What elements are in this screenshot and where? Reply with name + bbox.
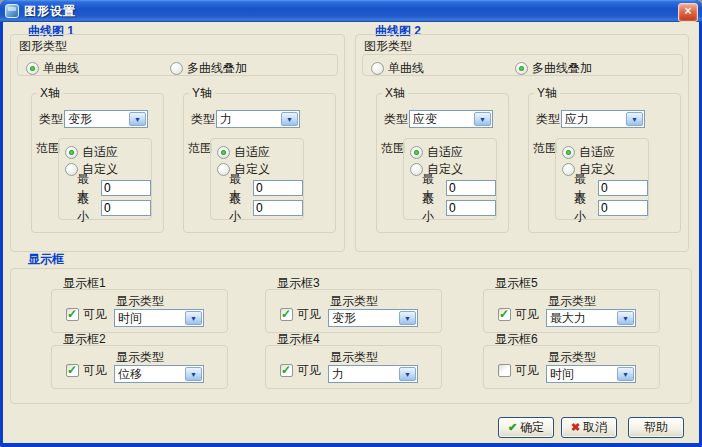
- cross-icon: ✖: [571, 422, 580, 433]
- dropdown-arrow-icon[interactable]: ▼: [399, 367, 416, 381]
- chart2-group: 图形类型 单曲线 多曲线叠加 X轴 类型 应变 ▼ 范围: [355, 34, 689, 252]
- dropdown-arrow-icon[interactable]: ▼: [399, 311, 416, 325]
- type-label: 类型: [536, 113, 560, 126]
- display-box-3: 可见 显示类型 变形 ▼: [265, 289, 442, 333]
- display-section-title: 显示框: [28, 253, 64, 265]
- adaptive-label: 自适应: [579, 144, 615, 161]
- checkbox-icon[interactable]: [280, 364, 293, 377]
- range-box: 自适应 自定义 最大 最小: [403, 138, 497, 220]
- max-input[interactable]: [253, 180, 303, 196]
- min-input[interactable]: [446, 200, 496, 216]
- cancel-label: 取消: [583, 419, 607, 436]
- adaptive-radio[interactable]: 自适应: [65, 144, 151, 160]
- visible-checkbox[interactable]: 可见: [280, 362, 321, 379]
- range-box: 自适应 自定义 最大 最小: [555, 138, 649, 220]
- radio-icon[interactable]: [562, 163, 575, 176]
- display-type-label: 显示类型: [548, 351, 596, 364]
- radio-icon[interactable]: [562, 146, 575, 159]
- display-box-4: 可见 显示类型 力 ▼: [265, 345, 442, 389]
- single-curve-radio[interactable]: 单曲线: [371, 60, 424, 77]
- max-input[interactable]: [101, 180, 151, 196]
- cancel-button[interactable]: ✖ 取消: [561, 417, 617, 438]
- range-label: 范围: [533, 142, 557, 155]
- display-type-dropdown[interactable]: 最大力 ▼: [546, 309, 636, 327]
- graph-type-box: 单曲线 多曲线叠加: [362, 54, 683, 76]
- x-type-dropdown[interactable]: 变形 ▼: [64, 110, 148, 128]
- type-label: 类型: [191, 113, 215, 126]
- adaptive-radio[interactable]: 自适应: [217, 144, 303, 160]
- max-input[interactable]: [446, 180, 496, 196]
- y-type-dropdown[interactable]: 应力 ▼: [561, 110, 645, 128]
- y-axis-group: Y轴 类型 力 ▼ 范围 自适应 自定义: [183, 93, 336, 233]
- check-icon: ✔: [508, 422, 517, 433]
- checkbox-icon[interactable]: [498, 364, 511, 377]
- dropdown-arrow-icon[interactable]: ▼: [617, 311, 634, 325]
- radio-icon[interactable]: [515, 62, 528, 75]
- radio-icon[interactable]: [170, 62, 183, 75]
- close-button[interactable]: ×: [678, 3, 698, 22]
- graph-settings-dialog: 图形设置 × 曲线图 1 图形类型 单曲线 多曲线叠加 X轴 类型: [0, 0, 702, 447]
- type-label: 类型: [39, 113, 63, 126]
- display-type-dropdown[interactable]: 时间 ▼: [546, 365, 636, 383]
- display-type-dropdown[interactable]: 时间 ▼: [114, 309, 204, 327]
- checkbox-icon[interactable]: [66, 308, 79, 321]
- radio-icon[interactable]: [371, 62, 384, 75]
- dropdown-arrow-icon[interactable]: ▼: [185, 311, 202, 325]
- min-input[interactable]: [101, 200, 151, 216]
- dropdown-arrow-icon[interactable]: ▼: [185, 367, 202, 381]
- visible-label: 可见: [297, 306, 321, 323]
- display-box-1: 可见 显示类型 时间 ▼: [51, 289, 228, 333]
- adaptive-label: 自适应: [234, 144, 270, 161]
- help-button[interactable]: 帮助: [628, 417, 684, 438]
- y-axis-legend: Y轴: [534, 86, 560, 100]
- x-axis-legend: X轴: [382, 86, 408, 100]
- visible-checkbox[interactable]: 可见: [498, 306, 539, 323]
- display-type-dropdown[interactable]: 力 ▼: [328, 365, 418, 383]
- dropdown-value: 时间: [547, 366, 616, 382]
- radio-icon[interactable]: [65, 163, 78, 176]
- adaptive-label: 自适应: [82, 144, 118, 161]
- graph-type-label: 图形类型: [19, 40, 67, 53]
- multi-curve-radio[interactable]: 多曲线叠加: [515, 60, 592, 77]
- min-input[interactable]: [598, 200, 648, 216]
- single-curve-radio[interactable]: 单曲线: [26, 60, 79, 77]
- dropdown-arrow-icon[interactable]: ▼: [626, 112, 643, 126]
- dropdown-arrow-icon[interactable]: ▼: [281, 112, 298, 126]
- checkbox-icon[interactable]: [498, 308, 511, 321]
- display-type-dropdown[interactable]: 位移 ▼: [114, 365, 204, 383]
- min-input[interactable]: [253, 200, 303, 216]
- visible-checkbox[interactable]: 可见: [498, 362, 539, 379]
- x-type-dropdown[interactable]: 应变 ▼: [409, 110, 493, 128]
- checkbox-icon[interactable]: [66, 364, 79, 377]
- dropdown-arrow-icon[interactable]: ▼: [474, 112, 491, 126]
- display-type-dropdown[interactable]: 变形 ▼: [328, 309, 418, 327]
- radio-icon[interactable]: [410, 146, 423, 159]
- checkbox-icon[interactable]: [280, 308, 293, 321]
- dropdown-arrow-icon[interactable]: ▼: [129, 112, 146, 126]
- radio-icon[interactable]: [26, 62, 39, 75]
- adaptive-radio[interactable]: 自适应: [410, 144, 496, 160]
- multi-curve-label: 多曲线叠加: [532, 60, 592, 77]
- radio-icon[interactable]: [65, 146, 78, 159]
- visible-label: 可见: [515, 306, 539, 323]
- dropdown-value: 最大力: [547, 310, 616, 326]
- type-label: 类型: [384, 113, 408, 126]
- display-type-label: 显示类型: [330, 351, 378, 364]
- visible-checkbox[interactable]: 可见: [280, 306, 321, 323]
- visible-checkbox[interactable]: 可见: [66, 306, 107, 323]
- dropdown-value: 变形: [65, 111, 128, 127]
- multi-curve-radio[interactable]: 多曲线叠加: [170, 60, 247, 77]
- titlebar[interactable]: 图形设置 ×: [0, 0, 702, 22]
- app-icon: [5, 4, 19, 18]
- visible-checkbox[interactable]: 可见: [66, 362, 107, 379]
- dropdown-arrow-icon[interactable]: ▼: [617, 367, 634, 381]
- y-type-dropdown[interactable]: 力 ▼: [216, 110, 300, 128]
- radio-icon[interactable]: [217, 163, 230, 176]
- adaptive-radio[interactable]: 自适应: [562, 144, 648, 160]
- ok-button[interactable]: ✔ 确定: [498, 417, 554, 438]
- radio-icon[interactable]: [217, 146, 230, 159]
- max-input[interactable]: [598, 180, 648, 196]
- radio-icon[interactable]: [410, 163, 423, 176]
- display-type-label: 显示类型: [116, 351, 164, 364]
- graph-type-label: 图形类型: [364, 40, 412, 53]
